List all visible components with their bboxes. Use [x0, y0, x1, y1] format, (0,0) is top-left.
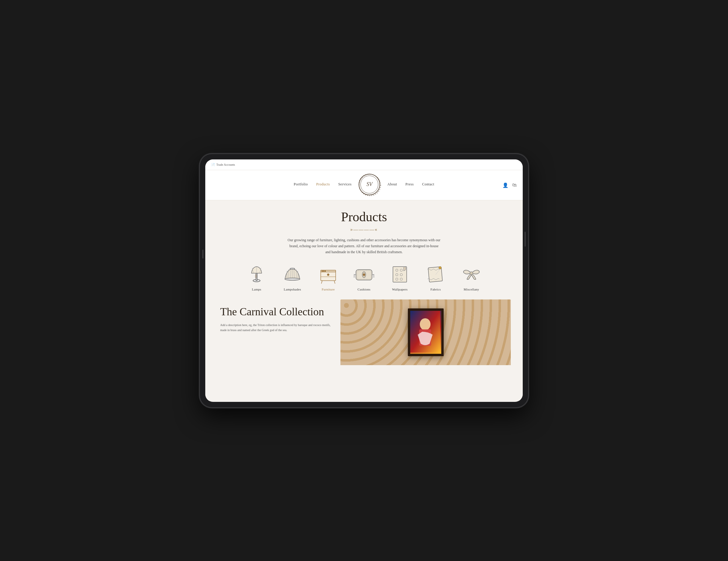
main-content: Products »————« Our growing range of fur…	[205, 200, 523, 401]
category-grid: Lamps	[217, 263, 511, 291]
navigation: Portfolio Products Services SV About Pre…	[205, 170, 523, 200]
fabrics-icon	[424, 263, 448, 285]
nav-products[interactable]: Products	[316, 182, 330, 186]
svg-point-40	[439, 266, 441, 269]
nav-services[interactable]: Services	[338, 182, 352, 186]
category-cushions[interactable]: Cushions	[349, 263, 379, 291]
svg-point-21	[322, 271, 323, 272]
nav-portfolio[interactable]: Portfolio	[294, 182, 308, 186]
nav-press[interactable]: Press	[405, 182, 414, 186]
lamps-label: Lamps	[252, 288, 261, 291]
furniture-icon	[316, 263, 340, 285]
lampshades-icon	[280, 263, 304, 285]
nav-about[interactable]: About	[387, 182, 397, 186]
category-lampshades[interactable]: Lampshades	[277, 263, 307, 291]
lamps-icon	[245, 263, 269, 285]
collection-text: The Carnival Collection Add a descriptio…	[217, 300, 340, 365]
svg-rect-16	[321, 270, 336, 272]
miscellany-icon	[459, 263, 483, 285]
category-fabrics[interactable]: Fabrics	[421, 263, 451, 291]
fabrics-label: Fabrics	[431, 288, 441, 291]
svg-point-42	[470, 272, 473, 275]
collection-title: The Carnival Collection	[220, 306, 334, 318]
products-hero: Products »————« Our growing range of fur…	[217, 209, 511, 255]
logo-spikes-svg	[358, 173, 382, 197]
svg-point-23	[325, 271, 326, 272]
side-button	[202, 249, 203, 258]
category-miscellany[interactable]: Miscellany	[456, 263, 486, 291]
svg-point-44	[420, 318, 431, 330]
logo-circle: SV	[359, 174, 380, 195]
category-wallpapers[interactable]: Wallpapers	[385, 263, 415, 291]
svg-line-18	[334, 280, 335, 284]
user-icon[interactable]: 👤	[502, 182, 508, 188]
svg-point-22	[323, 271, 324, 272]
collection-image	[340, 300, 511, 365]
top-bar: 📄 Trade Accounts	[205, 159, 523, 170]
wallpapers-icon	[388, 263, 412, 285]
collection-description: Add a description here, eg, the Triton c…	[220, 323, 334, 333]
wallpapers-label: Wallpapers	[392, 288, 408, 291]
products-description: Our growing range of furniture, lighting…	[286, 237, 442, 255]
trade-accounts-label: Trade Accounts	[216, 163, 235, 166]
portrait-painting	[408, 309, 444, 356]
cart-icon[interactable]: 🛍	[512, 182, 517, 188]
nav-contact[interactable]: Contact	[422, 182, 434, 186]
wallpaper-background	[340, 300, 511, 365]
svg-line-17	[321, 280, 322, 284]
nav-links-right: About Press Contact	[387, 182, 434, 186]
trade-accounts-link[interactable]: 📄 Trade Accounts	[211, 163, 235, 166]
svg-point-26	[363, 274, 365, 275]
divider: »————«	[217, 227, 511, 232]
cushions-label: Cushions	[357, 288, 370, 291]
furniture-label: Furniture	[322, 288, 335, 291]
miscellany-label: Miscellany	[464, 288, 479, 291]
svg-point-0	[359, 174, 381, 196]
lampshades-label: Lampshades	[284, 288, 301, 291]
nav-links-left: Portfolio Products Services	[294, 182, 352, 186]
category-lamps[interactable]: Lamps	[242, 263, 272, 291]
cushions-icon	[352, 263, 376, 285]
products-title: Products	[217, 209, 511, 224]
document-icon: 📄	[211, 163, 215, 166]
device-frame: 📄 Trade Accounts Portfolio Products Serv…	[200, 154, 528, 407]
category-furniture[interactable]: Furniture	[313, 263, 343, 291]
svg-point-14	[290, 268, 295, 269]
svg-point-20	[327, 274, 329, 275]
nav-icons: 👤 🛍	[502, 182, 517, 188]
site-logo[interactable]: SV	[359, 174, 380, 195]
device-screen: 📄 Trade Accounts Portfolio Products Serv…	[205, 159, 523, 402]
collection-section: The Carnival Collection Add a descriptio…	[217, 300, 511, 365]
side-button-right	[525, 232, 526, 246]
svg-point-13	[285, 278, 300, 280]
